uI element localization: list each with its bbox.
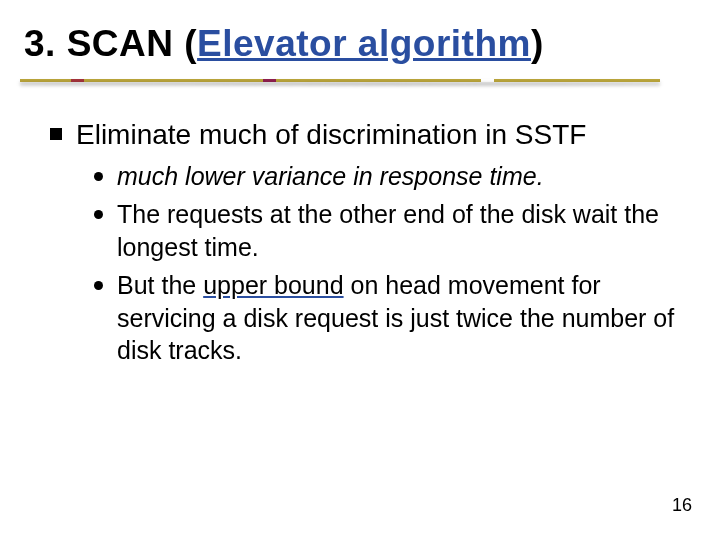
sub-bullet-1: much lower variance in response time. — [94, 160, 690, 193]
sub-bullet-3-text: But the upper bound on head movement for… — [117, 269, 690, 367]
title-block: 3. SCAN (Elevator algorithm) — [0, 0, 720, 87]
sub-bullet-3: But the upper bound on head movement for… — [94, 269, 690, 367]
dot-bullet-icon — [94, 281, 103, 290]
title-prefix: 3. SCAN ( — [24, 23, 197, 64]
bullet-l1-text: Eliminate much of discrimination in SSTF — [76, 117, 586, 152]
title-suffix: ) — [531, 23, 544, 64]
square-bullet-icon — [50, 128, 62, 140]
dot-bullet-icon — [94, 172, 103, 181]
divider — [20, 77, 660, 87]
sub-bullet-2-text: The requests at the other end of the dis… — [117, 198, 690, 263]
content: Eliminate much of discrimination in SSTF… — [0, 117, 720, 367]
sub-bullet-list: much lower variance in response time. Th… — [94, 160, 690, 367]
slide-title: 3. SCAN (Elevator algorithm) — [24, 24, 696, 65]
bullet-l1: Eliminate much of discrimination in SSTF — [50, 117, 690, 152]
page-number: 16 — [672, 495, 692, 516]
sub-bullet-1-text: much lower variance in response time. — [117, 160, 544, 193]
dot-bullet-icon — [94, 210, 103, 219]
sub-bullet-2: The requests at the other end of the dis… — [94, 198, 690, 263]
sub-bullet-3-pre: But the — [117, 271, 203, 299]
title-link[interactable]: Elevator algorithm — [197, 23, 531, 64]
slide: 3. SCAN (Elevator algorithm) Eliminate m… — [0, 0, 720, 540]
sub-bullet-3-underline: upper bound — [203, 271, 343, 299]
